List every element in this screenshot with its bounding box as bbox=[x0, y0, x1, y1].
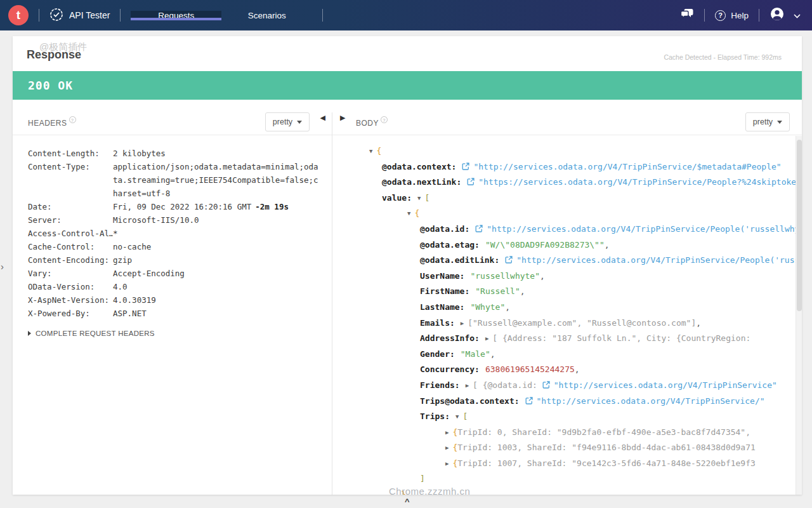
complete-request-headers-label: COMPLETE REQUEST HEADERS bbox=[36, 330, 155, 337]
header-value: Accept-Encoding bbox=[113, 267, 320, 280]
headers-format-dropdown[interactable]: pretty bbox=[265, 112, 310, 131]
json-link[interactable]: "https://services.odata.org/V4/TripPinSe… bbox=[478, 177, 796, 187]
external-link-icon[interactable] bbox=[525, 396, 533, 406]
json-key: Concurrency: bbox=[420, 364, 480, 374]
json-key: FirstName: bbox=[420, 286, 469, 296]
sidebar-expand-chevron[interactable]: › bbox=[1, 261, 4, 272]
body-format-dropdown[interactable]: pretty bbox=[745, 112, 790, 131]
json-link[interactable]: "http://services.odata.org/V4/TripPinSer… bbox=[473, 162, 781, 171]
json-line: Friends:▶[ {@odata.id: "http://services.… bbox=[369, 378, 796, 394]
json-number: 638061965145244275 bbox=[485, 364, 575, 374]
expand-toggle-icon[interactable]: ▶ bbox=[461, 320, 464, 326]
json-line: @odata.editLink:"http://services.odata.o… bbox=[369, 253, 796, 269]
header-value-extra: -2m 19s bbox=[255, 202, 289, 211]
collapse-toggle-icon[interactable]: ▼ bbox=[455, 413, 459, 420]
collapse-right-arrow[interactable]: ▶ bbox=[340, 114, 345, 122]
divider bbox=[704, 9, 705, 22]
caret-down-icon bbox=[777, 121, 782, 124]
headers-label: HEADERS bbox=[28, 119, 67, 128]
response-body-json: ▼{@odata.context:"http://services.odata.… bbox=[332, 136, 796, 495]
header-key: Cache-Control: bbox=[28, 240, 113, 253]
json-link[interactable]: "http://services.odata.org/V4/TripPinSer… bbox=[537, 396, 765, 406]
header-key: Access-Control-Al… bbox=[28, 227, 113, 240]
external-link-icon[interactable] bbox=[462, 162, 469, 171]
json-string: "W/\"08DAD9FA092B8273\"" bbox=[485, 240, 605, 250]
header-key: Content-Length: bbox=[28, 147, 113, 160]
collapse-toggle-icon[interactable]: ▼ bbox=[369, 148, 372, 154]
external-link-icon[interactable] bbox=[505, 255, 513, 265]
json-key: @odata.nextLink: bbox=[382, 177, 461, 187]
headers-panel-title: HEADERS? bbox=[28, 116, 76, 128]
status-code-label: 200 OK bbox=[28, 79, 73, 92]
page-title: Response bbox=[27, 48, 81, 62]
json-line: Concurrency:638061965145244275, bbox=[369, 362, 796, 378]
json-bracket: [ bbox=[462, 411, 468, 421]
external-link-icon[interactable] bbox=[475, 224, 483, 234]
collapse-toggle-icon[interactable]: ▼ bbox=[407, 210, 410, 217]
json-preview: [ {@odata.id: bbox=[473, 380, 542, 390]
external-link-icon[interactable] bbox=[542, 380, 550, 390]
json-line: AddressInfo:▶[ {Address: "187 Suffolk Ln… bbox=[369, 331, 796, 347]
expand-toggle-icon[interactable]: ▶ bbox=[445, 460, 449, 467]
json-preview: TripId: 1007, ShareId: "9ce142c3-5fd6-4a… bbox=[457, 458, 756, 468]
header-row: OData-Version:4.0 bbox=[28, 280, 320, 293]
expand-toggle-icon[interactable]: ▶ bbox=[485, 335, 488, 342]
json-brace: { bbox=[414, 208, 419, 218]
json-key: LastName: bbox=[420, 302, 464, 312]
panels-region: HEADERS? pretty ◀ ▶ BODY? pretty Content… bbox=[13, 100, 802, 495]
account-avatar-icon[interactable] bbox=[769, 6, 785, 24]
json-line: ▶{TripId: 0, ShareId: "9d9b2fa0-efbf-490… bbox=[369, 425, 796, 441]
json-bracket: [ bbox=[424, 193, 429, 203]
expand-toggle-icon[interactable]: ▶ bbox=[445, 444, 449, 451]
body-panel-title: BODY? bbox=[356, 116, 388, 128]
app-logo[interactable]: t bbox=[8, 5, 29, 25]
header-row: Content-Length:2 kilobytes bbox=[28, 147, 320, 160]
divider bbox=[759, 9, 759, 22]
json-preview: ["Russell@example.com", "Russell@contoso… bbox=[468, 318, 696, 328]
tab-scenarios[interactable]: Scenarios bbox=[221, 11, 312, 20]
json-line: ▶{TripId: 1003, ShareId: "f94e9116-8bdd-… bbox=[369, 440, 796, 456]
body-scrollbar[interactable] bbox=[796, 136, 802, 495]
expand-toggle-icon[interactable]: ▶ bbox=[466, 382, 469, 389]
json-punct: , bbox=[696, 318, 701, 328]
json-key: Trips: bbox=[420, 411, 450, 421]
help-button[interactable]: ? Help bbox=[715, 10, 749, 21]
json-key: @odata.editLink: bbox=[420, 255, 499, 265]
header-key: X-AspNet-Version: bbox=[28, 293, 113, 307]
json-punct: , bbox=[490, 349, 495, 359]
json-line: Trips@odata.context:"http://services.oda… bbox=[369, 394, 796, 410]
json-string: "russellwhyte" bbox=[470, 271, 540, 281]
external-link-icon[interactable] bbox=[467, 177, 475, 187]
json-key: Friends: bbox=[420, 380, 460, 390]
chat-icon[interactable] bbox=[680, 8, 694, 23]
json-line: ▶{TripId: 1007, ShareId: "9ce142c3-5fd6-… bbox=[369, 456, 796, 472]
collapse-toggle-icon[interactable]: ▼ bbox=[417, 195, 421, 201]
json-line: Emails:▶["Russell@example.com", "Russell… bbox=[369, 316, 796, 331]
chevron-down-icon[interactable] bbox=[794, 10, 801, 21]
scrollbar-thumb[interactable] bbox=[797, 140, 802, 311]
help-icon[interactable]: ? bbox=[69, 116, 76, 123]
header-row: Vary:Accept-Encoding bbox=[28, 267, 320, 280]
help-icon[interactable]: ? bbox=[381, 116, 388, 123]
complete-request-headers-toggle[interactable]: COMPLETE REQUEST HEADERS bbox=[28, 330, 155, 337]
json-link[interactable]: "http://services.odata.org/V4/TripPinSer… bbox=[554, 380, 777, 390]
json-link[interactable]: "http://services.odata.org/V4/TripPinSer… bbox=[487, 224, 796, 234]
json-bracket: ] bbox=[420, 474, 425, 483]
json-punct: , bbox=[540, 271, 545, 281]
json-string: "Russell" bbox=[475, 286, 520, 296]
header-key: Vary: bbox=[28, 267, 113, 280]
header-row: Content-Type:application/json;odata.meta… bbox=[28, 160, 320, 200]
header-row: Access-Control-Al…* bbox=[28, 227, 320, 240]
caret-down-icon bbox=[297, 121, 302, 124]
expand-toggle-icon[interactable]: ▶ bbox=[445, 429, 449, 436]
scroll-up-indicator[interactable]: ^ bbox=[405, 497, 410, 506]
top-navbar: t API Tester Requests Scenarios ? Help bbox=[0, 0, 812, 30]
json-line: ▼{ bbox=[369, 206, 796, 222]
tab-requests[interactable]: Requests bbox=[131, 11, 221, 20]
json-punct: , bbox=[520, 286, 525, 296]
body-panel-header: ▶ BODY? pretty bbox=[332, 100, 802, 135]
collapse-left-arrow[interactable]: ◀ bbox=[320, 114, 325, 122]
json-string: "Whyte" bbox=[470, 302, 505, 312]
json-link[interactable]: "http://services.odata.org/V4/TripPinSer… bbox=[516, 255, 796, 265]
divider bbox=[120, 9, 121, 22]
